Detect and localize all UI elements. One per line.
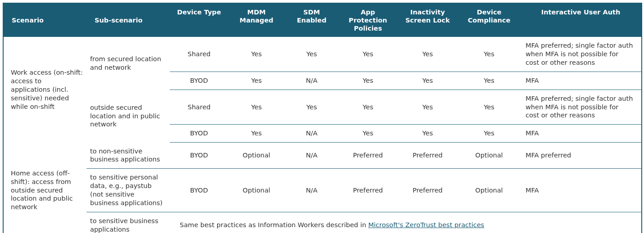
cell-auth: MFA preferred [520, 143, 642, 169]
cell-auth: MFA [520, 169, 642, 212]
cell-sdm: Yes [285, 37, 339, 72]
cell-mdm: Optional [228, 169, 285, 212]
cell-dc: Yes [458, 72, 520, 90]
cell-dtype: BYOD [170, 169, 228, 212]
cell-app: Yes [339, 72, 397, 90]
cell-sdm: N/A [285, 125, 339, 143]
note-cell: Same best practices as Information Worke… [170, 212, 642, 233]
cell-app: Yes [339, 90, 397, 125]
col-mdm: MDM Managed [228, 3, 285, 37]
col-inact: Inactivity Screen Lock [397, 3, 458, 37]
col-app: App Protection Policies [339, 3, 397, 37]
cell-dc: Yes [458, 90, 520, 125]
cell-auth: MFA [520, 125, 642, 143]
cell-app: Preferred [339, 169, 397, 212]
sub-nonsens: to non-sensitive business applications [86, 143, 170, 169]
cell-mdm: Yes [228, 37, 285, 72]
cell-dc: Optional [458, 169, 520, 212]
cell-app: Yes [339, 125, 397, 143]
cell-dtype: BYOD [170, 125, 228, 143]
cell-dc: Optional [458, 143, 520, 169]
sub-outside: outside secured location and in public n… [86, 90, 170, 142]
cell-app: Yes [339, 37, 397, 72]
cell-dtype: BYOD [170, 143, 228, 169]
cell-inact: Yes [397, 72, 458, 90]
cell-auth: MFA [520, 72, 642, 90]
note-prefix: Same best practices as Information Worke… [180, 221, 368, 229]
cell-sdm: N/A [285, 72, 339, 90]
cell-inact: Yes [397, 125, 458, 143]
cell-sdm: Yes [285, 90, 339, 125]
cell-sdm: N/A [285, 143, 339, 169]
sub-sensbiz: to sensitive business applications [86, 212, 170, 233]
cell-mdm: Yes [228, 90, 285, 125]
cell-auth: MFA preferred; single factor auth when M… [520, 37, 642, 72]
cell-mdm: Yes [228, 72, 285, 90]
col-auth: Interactive User Auth [520, 3, 642, 37]
cell-dtype: Shared [170, 90, 228, 125]
table-header: Scenario Sub-scenario Device Type MDM Ma… [3, 3, 642, 37]
cell-dc: Yes [458, 37, 520, 72]
table-row: to sensitive business applications Same … [3, 212, 642, 233]
scenario-home: Home access (off-shift): access from out… [3, 143, 86, 233]
table-row: Work access (on-shift: access to applica… [3, 37, 642, 72]
table-row: outside secured location and in public n… [3, 90, 642, 125]
cell-mdm: Yes [228, 125, 285, 143]
cell-mdm: Optional [228, 143, 285, 169]
cell-sdm: N/A [285, 169, 339, 212]
col-sdm: SDM Enabled [285, 3, 339, 37]
cell-dc: Yes [458, 125, 520, 143]
cell-inact: Preferred [397, 143, 458, 169]
sub-secured: from secured location and network [86, 37, 170, 90]
zero-trust-link[interactable]: Microsoft's ZeroTrust best practices [368, 221, 484, 229]
table-row: to sensitive personal data, e.g., paystu… [3, 169, 642, 212]
col-sub: Sub-scenario [86, 3, 170, 37]
cell-dtype: BYOD [170, 72, 228, 90]
cell-auth: MFA preferred; single factor auth when M… [520, 90, 642, 125]
cell-inact: Yes [397, 37, 458, 72]
cell-dtype: Shared [170, 37, 228, 72]
table-row: Home access (off-shift): access from out… [3, 143, 642, 169]
cell-app: Preferred [339, 143, 397, 169]
col-dc: Device Compliance [458, 3, 520, 37]
col-scenario: Scenario [3, 3, 86, 37]
scenario-work: Work access (on-shift: access to applica… [3, 37, 86, 142]
col-dtype: Device Type [170, 3, 228, 37]
cell-inact: Yes [397, 90, 458, 125]
matrix-table: Scenario Sub-scenario Device Type MDM Ma… [3, 3, 642, 233]
cell-inact: Preferred [397, 169, 458, 212]
sub-senspers: to sensitive personal data, e.g., paystu… [86, 169, 170, 212]
